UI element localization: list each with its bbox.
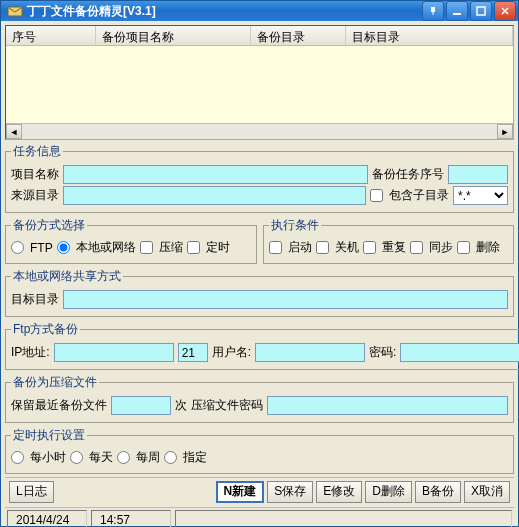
toolbar: L日志 N新建 S保存 E修改 D删除 B备份 X取消 [5,477,514,505]
label-spec: 指定 [183,449,207,466]
titlebar: 丁丁文件备份精灵[V3.1] [1,1,518,21]
h-scrollbar: ◄ ► [6,123,513,139]
col-src[interactable]: 备份目录 [251,26,346,45]
legend-zip: 备份为压缩文件 [11,374,99,391]
legend-ftp: Ftp方式备份 [11,321,80,338]
group-exec: 执行条件 启动 关机 重复 同步 删除 [263,217,515,264]
svg-rect-3 [477,7,485,15]
legend-task: 任务信息 [11,143,63,160]
label-sync: 同步 [429,239,453,256]
input-proj-name[interactable] [63,165,368,184]
status-time: 14:57 [91,510,171,528]
scroll-right-icon[interactable]: ► [497,124,513,139]
col-name[interactable]: 备份项目名称 [96,26,251,45]
client-area: 序号 备份项目名称 备份目录 目标目录 ◄ ► 任务信息 项目名称 备份任务序号… [1,21,518,527]
pin-button[interactable] [422,1,444,21]
input-user[interactable] [255,343,365,362]
app-icon [7,3,23,19]
group-sched: 定时执行设置 每小时 每天 每周 指定 [5,427,514,474]
label-proj-name: 项目名称 [11,166,59,183]
check-subdir[interactable] [370,189,383,202]
legend-sched: 定时执行设置 [11,427,87,444]
label-src-dir: 来源目录 [11,187,59,204]
label-day: 每天 [89,449,113,466]
check-repeat[interactable] [363,241,376,254]
col-dst[interactable]: 目标目录 [346,26,513,45]
svg-rect-2 [453,13,461,15]
radio-day[interactable] [70,451,83,464]
scroll-track[interactable] [22,124,497,139]
input-zpass[interactable] [267,396,508,415]
check-sched[interactable] [187,241,200,254]
input-port[interactable] [178,343,208,362]
label-del: 删除 [476,239,500,256]
table-header: 序号 备份项目名称 备份目录 目标目录 [6,26,513,46]
new-button[interactable]: N新建 [216,481,265,503]
label-start: 启动 [288,239,312,256]
check-del[interactable] [457,241,470,254]
group-share: 本地或网络共享方式 目标目录 [5,268,514,317]
input-target[interactable] [63,290,508,309]
radio-ftp[interactable] [11,241,24,254]
select-pattern[interactable]: *.* [453,186,508,205]
backup-list: 序号 备份项目名称 备份目录 目标目录 ◄ ► [5,25,514,140]
group-ftp: Ftp方式备份 IP地址: 用户名: 密码: [5,321,519,370]
log-button[interactable]: L日志 [9,481,54,503]
table-body[interactable] [6,46,513,123]
maximize-button[interactable] [470,1,492,21]
check-shut[interactable] [316,241,329,254]
check-start[interactable] [269,241,282,254]
legend-share: 本地或网络共享方式 [11,268,123,285]
label-ci: 次 [175,397,187,414]
col-seq[interactable]: 序号 [6,26,96,45]
label-ip: IP地址: [11,344,50,361]
group-zip: 备份为压缩文件 保留最近备份文件 次 压缩文件密码 [5,374,514,423]
radio-hour[interactable] [11,451,24,464]
label-subdir: 包含子目录 [389,187,449,204]
input-pass[interactable] [400,343,519,362]
label-pass: 密码: [369,344,396,361]
svg-rect-1 [431,7,435,12]
status-date: 2014/4/24 [7,510,87,528]
label-local: 本地或网络 [76,239,136,256]
label-sched: 定时 [206,239,230,256]
delete-button[interactable]: D删除 [365,481,412,503]
save-button[interactable]: S保存 [267,481,313,503]
legend-exec: 执行条件 [269,217,321,234]
label-shut: 关机 [335,239,359,256]
label-zpass: 压缩文件密码 [191,397,263,414]
group-task-info: 任务信息 项目名称 备份任务序号 来源目录 包含子目录 *.* [5,143,514,213]
minimize-button[interactable] [446,1,468,21]
radio-spec[interactable] [164,451,177,464]
label-target: 目标目录 [11,291,59,308]
scroll-left-icon[interactable]: ◄ [6,124,22,139]
statusbar: 2014/4/24 14:57 [5,507,514,527]
input-keep[interactable] [111,396,171,415]
label-week: 每周 [136,449,160,466]
app-window: 丁丁文件备份精灵[V3.1] 序号 备份项目名称 备份目录 目标目录 ◄ ► 任… [0,0,519,527]
input-ip[interactable] [54,343,174,362]
label-seq: 备份任务序号 [372,166,444,183]
input-src-dir[interactable] [63,186,366,205]
check-sync[interactable] [410,241,423,254]
cancel-button[interactable]: X取消 [464,481,510,503]
label-hour: 每小时 [30,449,66,466]
input-seq[interactable] [448,165,508,184]
radio-local[interactable] [57,241,70,254]
window-title: 丁丁文件备份精灵[V3.1] [27,3,422,20]
group-method: 备份方式选择 FTP 本地或网络 压缩 定时 [5,217,257,264]
edit-button[interactable]: E修改 [316,481,362,503]
label-keep: 保留最近备份文件 [11,397,107,414]
backup-button[interactable]: B备份 [415,481,461,503]
label-zip: 压缩 [159,239,183,256]
window-controls [422,1,516,21]
label-ftp: FTP [30,241,53,255]
radio-week[interactable] [117,451,130,464]
label-user: 用户名: [212,344,251,361]
check-zip[interactable] [140,241,153,254]
status-empty [175,510,512,528]
close-button[interactable] [494,1,516,21]
legend-method: 备份方式选择 [11,217,87,234]
label-repeat: 重复 [382,239,406,256]
